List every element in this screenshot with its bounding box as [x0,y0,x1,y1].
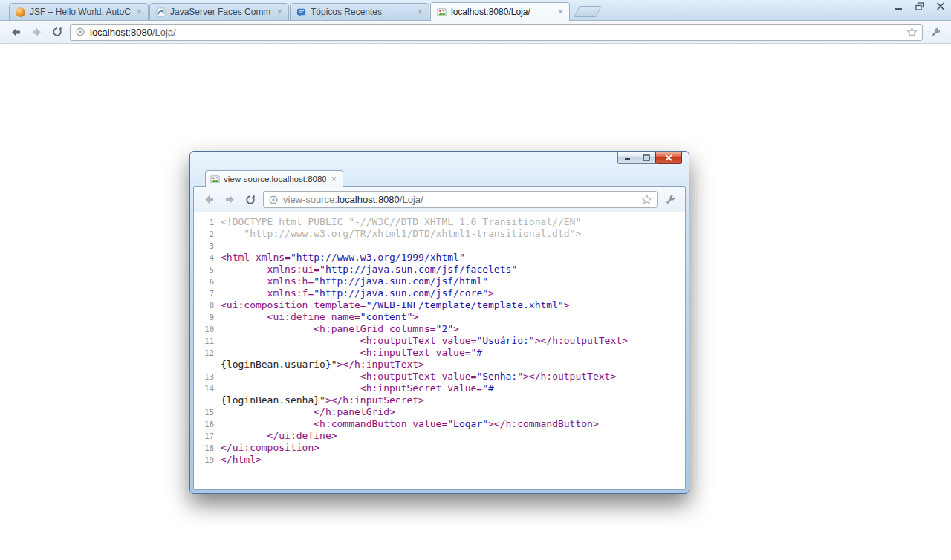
code-text: <h:outputText value="Senha:"></h:outputT… [221,371,616,382]
popup-address-text: view-source:localhost:8080/Loja/ [283,194,637,205]
java-net-favicon-icon [156,7,166,17]
popup-client-area: view-source:localhost:8080/Loja/ 1<!DOCT… [193,186,686,490]
tab-topicos-recentes[interactable]: Tópicos Recentes × [290,3,429,20]
bookmark-star-icon[interactable] [906,27,918,38]
line-number: 2 [199,228,221,240]
code-text: </html> [221,454,262,466]
line-number: 10 [199,323,221,335]
code-line: 8<ui:composition template="/WEB-INF/temp… [199,299,685,311]
code-line: 18</ui:composition> [199,442,685,454]
code-text: xmlns:f="http://java.sun.com/jsf/core"> [221,287,494,299]
popup-address-bar[interactable]: view-source:localhost:8080/Loja/ [263,191,658,208]
popup-minimize-button[interactable] [617,152,637,164]
tab-close-icon[interactable]: × [330,175,338,183]
code-text [221,240,227,252]
reload-icon [51,26,63,38]
address-text: localhost:8080/Loja/ [90,27,902,38]
minimize-icon [895,2,903,10]
page-icon [268,195,279,205]
popup-toolbar: view-source:localhost:8080/Loja/ [194,187,685,212]
line-number: 4 [199,252,221,264]
line-number: 17 [199,430,221,442]
popup-forward-button[interactable] [221,192,238,208]
address-bar[interactable]: localhost:8080/Loja/ [70,24,923,41]
popup-tab-label: view-source:localhost:8080/ [224,175,326,183]
tab-jsf-hello-world[interactable]: JSF – Hello World, AutoCon × [9,3,149,20]
tab-close-icon[interactable]: × [276,7,284,16]
forward-button[interactable] [28,24,45,40]
line-number: 8 [199,299,221,311]
code-text: </ui:composition> [221,442,319,454]
line-number: 3 [199,240,221,252]
tab-close-icon[interactable]: × [135,7,143,16]
tab-javaserver-faces[interactable]: JavaServer Faces Communi × [149,3,289,20]
orange-sphere-favicon-icon [16,7,25,17]
code-text: <h:outputText value="Usuário:"></h:outpu… [221,335,628,347]
code-line: 3 [199,240,685,252]
line-number: 5 [199,264,221,276]
source-code: 1<!DOCTYPE html PUBLIC "-//W3C//DTD XHTM… [194,212,685,489]
address-host: localhost:8080 [337,194,400,205]
code-line: 2 "http://www.w3.org/TR/xhtml1/DTD/xhtml… [199,228,685,240]
line-number: 11 [199,335,221,347]
tab-close-icon[interactable]: × [416,7,424,16]
line-number [199,394,221,406]
line-number: 14 [199,382,221,394]
code-line: {loginBean.usuario}"></h:inputText> [199,359,685,371]
back-arrow-icon [10,26,22,39]
code-text: xmlns:ui="http://java.sun.com/jsf/facele… [221,264,517,276]
code-line: 14 <h:inputSecret value="# [199,382,685,394]
popup-tab-view-source[interactable]: view-source:localhost:8080/ × [205,170,343,187]
minimize-icon [624,154,632,160]
code-text: <h:inputText value="# [221,347,482,359]
close-button[interactable] [936,2,945,10]
popup-reload-button[interactable] [242,192,259,208]
line-number: 12 [199,347,221,359]
new-tab-button[interactable] [574,6,602,17]
tab-localhost-loja[interactable]: localhost:8080/Loja/ × [430,2,570,21]
popup-title-bar[interactable] [190,152,689,168]
popup-close-button[interactable] [655,152,682,164]
tab-label: localhost:8080/Loja/ [451,7,552,17]
line-number: 19 [199,454,221,466]
code-text: </h:panelGrid> [221,406,395,418]
line-number: 9 [199,311,221,323]
code-text: {loginBean.usuario}"></h:inputText> [221,359,424,371]
forward-arrow-icon [224,193,236,206]
bookmark-star-icon[interactable] [641,194,652,205]
minimize-button[interactable] [895,2,903,10]
back-arrow-icon [203,193,215,206]
code-text: "http://www.w3.org/TR/xhtml1/DTD/xhtml1-… [221,228,581,240]
code-line: 12 <h:inputText value="# [199,347,685,359]
tab-close-icon[interactable]: × [556,7,565,16]
line-number: 13 [199,371,221,382]
code-text: </ui:define> [221,430,337,442]
code-text: <ui:define name="content"> [221,311,418,323]
popup-body: view-source:localhost:8080/ × [193,168,686,490]
restore-icon [915,2,924,10]
code-line: 4<html xmlns="http://www.w3.org/1999/xht… [199,252,685,264]
popup-back-button[interactable] [201,192,217,208]
code-text: {loginBean.senha}"></h:inputSecret> [221,394,424,406]
code-text: xmlns:h="http://java.sun.com/jsf/html" [221,276,488,287]
view-source-window: view-source:localhost:8080/ × [189,151,689,494]
image-placeholder-favicon-icon [210,175,220,184]
code-line: 9 <ui:define name="content"> [199,311,685,323]
popup-wrench-menu-button[interactable] [662,192,678,208]
tab-strip: JSF – Hello World, AutoCon × JavaServer … [0,0,951,21]
close-icon [665,154,672,161]
code-line: 11 <h:outputText value="Usuário:"></h:ou… [199,335,685,347]
code-text: <html xmlns="http://www.w3.org/1999/xhtm… [221,252,465,264]
code-text: <ui:composition template="/WEB-INF/templ… [221,299,570,311]
code-line: 13 <h:outputText value="Senha:"></h:outp… [199,371,685,382]
popup-window-controls [618,152,682,164]
reload-button[interactable] [49,24,65,40]
tab-label: Tópicos Recentes [311,7,412,17]
popup-maximize-button[interactable] [637,152,656,164]
back-button[interactable] [7,24,24,40]
image-placeholder-favicon-icon [437,7,447,17]
code-line: 7 xmlns:f="http://java.sun.com/jsf/core"… [199,287,685,299]
restore-button[interactable] [915,2,924,10]
wrench-menu-button[interactable] [927,24,944,40]
address-scheme: view-source: [283,194,337,205]
